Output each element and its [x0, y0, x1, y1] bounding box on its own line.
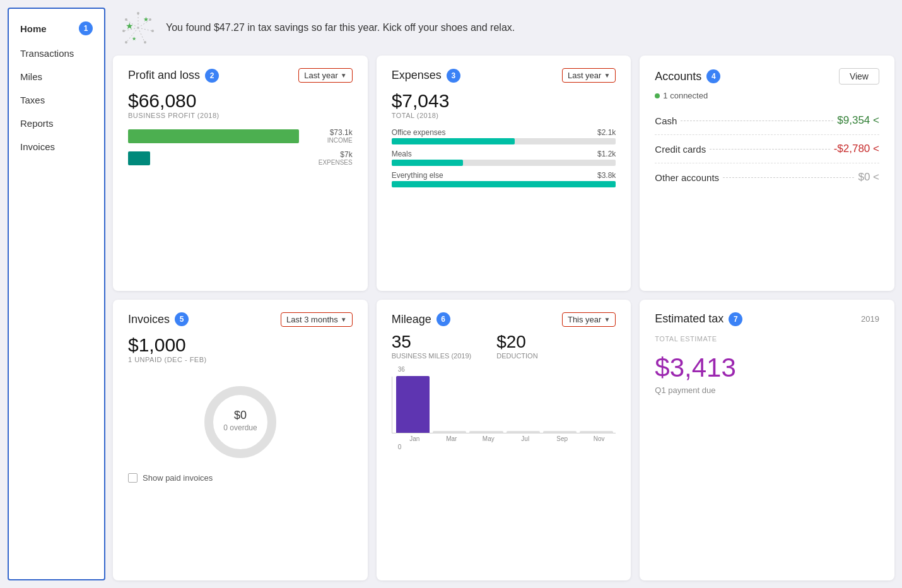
bar-sep	[543, 431, 577, 433]
bar-label-mar: Mar	[435, 435, 468, 442]
sidebar-item-home[interactable]: Home 1	[9, 15, 104, 42]
expense-row-other: Everything else $3.8k	[392, 171, 616, 187]
connected-dot-icon	[655, 93, 660, 98]
show-paid-row: Show paid invoices	[128, 473, 353, 483]
dashed-line	[723, 177, 854, 178]
expenses-title: Expenses	[392, 69, 442, 82]
bar-chart-labels: Jan Mar May Jul Sep Nov	[392, 435, 616, 442]
estimated-tax-year: 2019	[861, 314, 879, 324]
sidebar: Home 1 Transactions Miles Taxes Reports …	[8, 8, 105, 580]
svg-point-7	[137, 12, 139, 15]
bar-jan	[396, 376, 430, 433]
sidebar-item-reports[interactable]: Reports	[9, 112, 104, 135]
header-message: You found $47.27 in tax savings so far t…	[166, 22, 515, 33]
accounts-header: Accounts 4 View	[655, 68, 879, 85]
bar-may	[469, 431, 503, 433]
expense-other-bar-bg	[392, 181, 616, 187]
sidebar-home-badge: 1	[79, 21, 93, 35]
sidebar-item-label: Taxes	[20, 95, 45, 105]
accounts-view-button[interactable]: View	[839, 68, 879, 85]
invoices-sublabel: 1 UNPAID (Dec - Feb)	[128, 356, 353, 363]
account-other-label: Other accounts	[655, 172, 719, 183]
svg-line-3	[138, 28, 144, 42]
estimated-tax-title: Estimated tax	[655, 312, 723, 326]
expense-row-meals: Meals $1.2k	[392, 150, 616, 166]
expenses-header: Expenses 3 Last year ▼	[392, 68, 616, 83]
profit-loss-badge: 2	[205, 69, 219, 83]
deduction-value: $20	[496, 332, 537, 352]
bar-label-nov: Nov	[582, 435, 616, 442]
expense-other-bar	[392, 181, 616, 187]
expense-office-bar-bg	[392, 138, 616, 144]
show-paid-checkbox[interactable]	[128, 473, 138, 483]
expenses-bar-container	[128, 151, 312, 165]
mileage-bar-chart	[392, 377, 616, 433]
invoices-filter[interactable]: Last 3 months ▼	[281, 312, 353, 327]
invoices-card: Invoices 5 Last 3 months ▼ $1,000 1 UNPA…	[113, 300, 368, 581]
invoices-amount: $1,000	[128, 334, 353, 356]
estimated-tax-due: Q1 payment due	[655, 385, 879, 395]
bar-jul	[507, 431, 540, 433]
sidebar-item-taxes[interactable]: Taxes	[9, 88, 104, 112]
income-bar	[128, 129, 299, 143]
mileage-card: Mileage 6 This year ▼ 35 BUSINESS MILES …	[377, 300, 631, 581]
profit-loss-card: Profit and loss 2 Last year ▼ $66,080 BU…	[113, 56, 368, 291]
svg-line-2	[138, 28, 152, 31]
sidebar-item-label: Home	[20, 23, 47, 34]
profit-loss-amount: $66,080	[128, 90, 353, 112]
estimated-tax-badge: 7	[729, 312, 742, 326]
svg-text:$0: $0	[234, 409, 247, 421]
income-sub: INCOME	[325, 137, 353, 144]
mileage-filter[interactable]: This year ▼	[562, 312, 616, 327]
profit-loss-filter[interactable]: Last year ▼	[298, 68, 352, 83]
bar-label-may: May	[472, 435, 505, 442]
svg-point-12	[122, 30, 125, 32]
dashed-line	[710, 149, 829, 150]
header-banner: ★ ★ ★ You found $47.27 in tax savings so…	[113, 0, 894, 56]
estimated-tax-header: Estimated tax 7 2019	[655, 312, 879, 326]
account-other-value: $0 <	[858, 171, 879, 184]
dashboard-grid: Profit and loss 2 Last year ▼ $66,080 BU…	[113, 56, 894, 580]
income-value: $73.1k	[330, 128, 353, 137]
donut-chart: $0 0 overdue	[128, 381, 353, 463]
expense-other-label: Everything else	[392, 171, 443, 180]
svg-text:★: ★	[143, 16, 149, 23]
estimated-tax-amount: $3,413	[655, 353, 879, 383]
svg-text:★: ★	[126, 21, 134, 31]
expense-office-value: $2.1k	[597, 128, 616, 137]
expenses-card: Expenses 3 Last year ▼ $7,043 TOTAL (201…	[377, 56, 631, 291]
chevron-down-icon: ▼	[604, 72, 610, 79]
chevron-down-icon: ▼	[341, 72, 347, 79]
deduction-col: $20 DEDUCTION	[496, 332, 537, 360]
expenses-sub: EXPENSES	[319, 159, 353, 166]
bar-label-sep: Sep	[545, 435, 578, 442]
svg-point-11	[125, 41, 127, 44]
expense-meals-value: $1.2k	[597, 150, 616, 158]
dashed-line	[681, 121, 833, 121]
svg-point-10	[144, 41, 146, 44]
sidebar-item-invoices[interactable]: Invoices	[9, 135, 104, 158]
svg-text:★: ★	[132, 36, 136, 42]
expenses-value: $7k	[324, 150, 353, 159]
chevron-down-icon: ▼	[341, 316, 347, 323]
estimated-tax-sublabel: TOTAL ESTIMATE	[655, 335, 879, 343]
accounts-row-other: Other accounts $0 <	[655, 163, 879, 191]
sidebar-item-label: Miles	[20, 71, 42, 82]
mileage-badge: 6	[436, 312, 450, 326]
sidebar-item-miles[interactable]: Miles	[9, 65, 104, 88]
bar-nov	[580, 431, 613, 433]
svg-point-8	[149, 18, 151, 21]
profit-loss-sublabel: BUSINESS PROFIT (2018)	[128, 112, 353, 119]
sidebar-item-transactions[interactable]: Transactions	[9, 42, 104, 65]
expense-meals-bar	[392, 160, 464, 166]
account-credit-label: Credit cards	[655, 144, 706, 155]
account-cash-value: $9,354 <	[837, 114, 879, 127]
accounts-title: Accounts	[655, 70, 701, 83]
expenses-sublabel: TOTAL (2018)	[392, 112, 616, 119]
bar-label-jan: Jan	[398, 435, 431, 442]
expenses-filter[interactable]: Last year ▼	[562, 68, 616, 83]
bar-label-jul: Jul	[508, 435, 542, 442]
miles-label: BUSINESS MILES (2019)	[392, 352, 472, 360]
main-content: ★ ★ ★ You found $47.27 in tax savings so…	[105, 0, 902, 588]
mileage-title: Mileage	[392, 313, 431, 326]
